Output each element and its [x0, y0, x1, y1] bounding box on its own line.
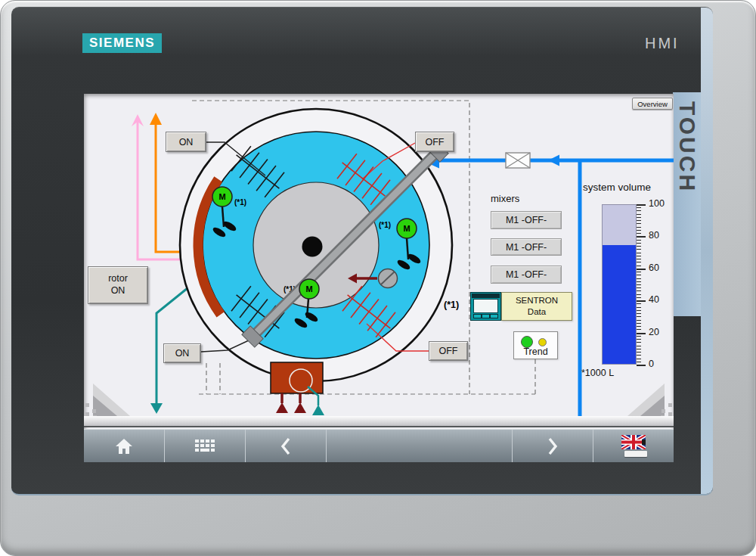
sentron-meter-icon — [470, 292, 501, 321]
mixers-section-label: mixers — [491, 193, 519, 204]
screen-bottom-strip — [84, 416, 674, 427]
touch-strip: TOUCH — [673, 92, 701, 316]
on-button-bottom[interactable]: ON — [163, 343, 201, 363]
svg-text:M: M — [305, 284, 312, 294]
nav-keyboard-button[interactable] — [165, 430, 246, 462]
keyboard-icon — [195, 440, 215, 453]
svg-text:M: M — [218, 192, 225, 201]
siemens-logo: SIEMENS — [82, 33, 162, 53]
flow-arrow-icon — [548, 155, 559, 166]
touch-label: TOUCH — [674, 92, 700, 316]
yellow-led-icon — [538, 338, 547, 346]
mixer-2-button[interactable]: M1 -OFF- — [491, 238, 562, 256]
gauge-tick-marks — [637, 204, 647, 366]
valve-icon — [506, 153, 530, 168]
uk-flag-icon — [621, 435, 646, 449]
bezel-edge-strip — [701, 8, 713, 494]
navigation-toolbar — [84, 429, 674, 462]
outlet-arrow-icon — [312, 405, 324, 415]
page-curl-left[interactable] — [85, 384, 130, 416]
bezel: SIEMENS HMI TOUCH — [11, 7, 713, 495]
system-volume-gauge: system volume 100806040200 *1000 L — [575, 177, 674, 385]
svg-text:M: M — [403, 224, 410, 233]
nav-next-button[interactable] — [513, 430, 593, 462]
hmi-screen: (*1) M (*1) — [84, 94, 674, 462]
annotation-star1: (*1) — [379, 221, 391, 229]
rotor-button-line2: ON — [111, 285, 125, 297]
hmi-panel-device: SIEMENS HMI TOUCH — [0, 0, 756, 556]
nav-spacer-button[interactable] — [327, 430, 513, 462]
rotor-button-line1: rotor — [108, 273, 128, 285]
arrow-down-icon — [150, 403, 163, 414]
language-switch-button[interactable] — [593, 430, 673, 462]
chevron-right-icon — [547, 437, 558, 455]
home-icon — [115, 438, 133, 455]
gauge-unit-label: *1000 L — [581, 368, 614, 378]
gauge-title: system volume — [583, 182, 651, 193]
off-button-bottom[interactable]: OFF — [429, 341, 468, 361]
annotation-star1-sentron: (*1) — [444, 300, 459, 310]
annotation-star1: (*1) — [234, 198, 246, 207]
page-curl-right[interactable] — [627, 384, 672, 416]
sentron-line1: SENTRON — [516, 295, 558, 306]
nav-previous-button[interactable] — [246, 430, 327, 462]
gauge-fill — [603, 245, 636, 365]
arrow-up-icon — [150, 113, 162, 125]
gauge-tick-labels: 100806040200 — [649, 204, 674, 365]
sentron-data-button[interactable]: SENTRON Data — [501, 292, 572, 321]
chevron-left-icon — [280, 437, 291, 455]
sentron-line2: Data — [528, 306, 546, 318]
mixer-3-button[interactable]: M1 -OFF- — [491, 266, 562, 284]
language-label-plate — [624, 451, 647, 457]
hmi-model-label: HMI — [645, 35, 680, 52]
rotor-on-button[interactable]: rotor ON — [88, 266, 148, 304]
outlet-arrow-icon — [276, 402, 288, 413]
trend-button[interactable]: Trend — [513, 331, 558, 359]
on-button-top[interactable]: ON — [166, 132, 206, 152]
mixer-1-button[interactable]: M1 -OFF- — [491, 211, 562, 229]
nav-home-button[interactable] — [84, 430, 165, 462]
outlet-box — [271, 362, 324, 415]
trend-button-label: Trend — [514, 346, 557, 357]
gauge-bar — [602, 204, 637, 365]
off-button-top[interactable]: OFF — [415, 132, 454, 152]
center-hub — [302, 237, 323, 257]
overview-button[interactable]: Overview — [632, 98, 673, 110]
outlet-arrow-icon — [294, 402, 306, 413]
